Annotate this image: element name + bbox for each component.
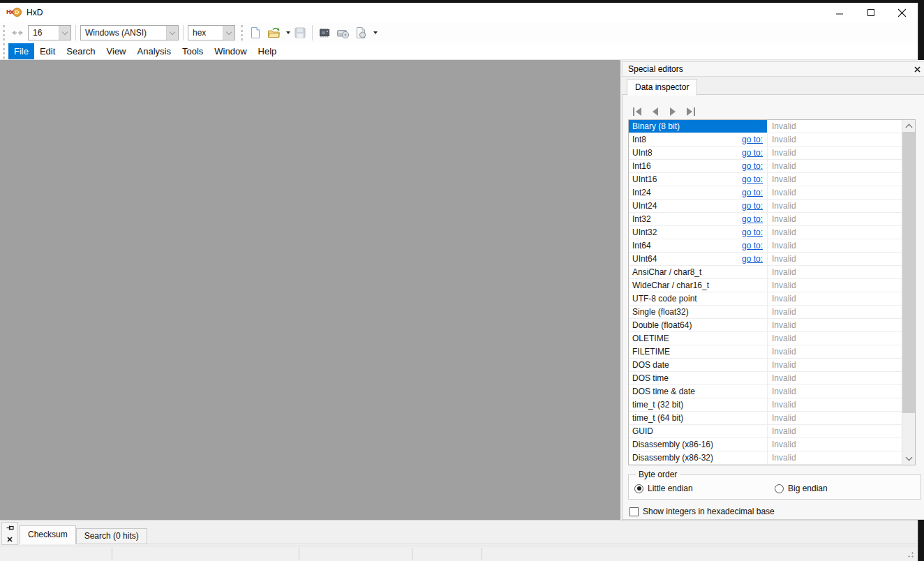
close-button[interactable] [886,3,918,22]
inspector-row[interactable]: time_t (32 bit)Invalid [629,398,902,412]
scrollbar-thumb[interactable] [902,132,915,413]
radio-icon[interactable] [775,484,784,493]
menu-item-window[interactable]: Window [209,43,252,59]
inspector-type-cell: Int24go to: [629,186,767,199]
open-dropdown-button[interactable] [283,24,291,41]
open-disk-image-dropdown-button[interactable] [370,24,378,41]
inspector-row[interactable]: UInt24go to:Invalid [629,200,902,213]
goto-link[interactable]: go to: [742,148,763,158]
inspector-row[interactable]: FILETIMEInvalid [629,345,902,359]
open-disk-button[interactable] [334,24,351,41]
goto-link[interactable]: go to: [742,254,763,264]
tab-data-inspector[interactable]: Data inspector [627,79,697,96]
inspector-row[interactable]: OLETIMEInvalid [629,332,902,345]
inspector-value-cell: Invalid [767,253,902,265]
goto-link[interactable]: go to: [742,214,763,224]
open-disk-image-button[interactable] [352,24,369,41]
last-record-icon [685,107,695,116]
radio-little-endian[interactable]: Little endian [634,484,775,493]
inspector-row[interactable]: Int16go to:Invalid [629,160,902,173]
scroll-up-button[interactable] [902,120,915,132]
inspector-value-cell: Invalid [767,385,902,398]
scrollbar-track[interactable] [902,413,915,453]
pin-button[interactable] [5,523,15,532]
inspector-row[interactable]: WideChar / char16_tInvalid [629,279,902,292]
toolbar-separator [75,25,76,40]
inspector-row[interactable]: time_t (64 bit)Invalid [629,412,902,425]
inspector-row[interactable]: Binary (8 bit)Invalid [629,120,902,133]
inspector-row[interactable]: DOS time & dateInvalid [629,385,902,398]
inspector-type-cell: Disassembly (x86-32) [629,451,767,464]
encoding-combobox[interactable]: Windows (ANSI) [80,25,179,40]
open-ram-button[interactable] [316,24,333,41]
last-record-button[interactable] [685,107,695,116]
menu-item-edit[interactable]: Edit [34,43,61,59]
menu-item-analysis[interactable]: Analysis [132,43,177,59]
inspector-row[interactable]: Int8go to:Invalid [629,133,902,147]
menu-item-search[interactable]: Search [61,43,100,59]
hex-editor-empty-area [0,60,620,520]
scroll-down-button[interactable] [902,453,915,465]
resize-grip[interactable] [905,549,914,558]
previous-record-button[interactable] [650,107,660,116]
goto-link[interactable]: go to: [742,227,763,237]
chevron-down-icon[interactable] [59,26,70,40]
inspector-value-cell: Invalid [767,345,902,358]
inspector-row[interactable]: DOS dateInvalid [629,359,902,372]
inspector-row[interactable]: Disassembly (x86-32)Invalid [629,451,902,465]
minimize-button[interactable] [824,3,855,22]
menubar-gripper[interactable] [3,43,6,59]
inspector-type-cell: Int8go to: [629,133,767,146]
inspector-value-cell: Invalid [767,186,902,199]
goto-link[interactable]: go to: [742,161,763,171]
radio-big-endian[interactable]: Big endian [775,484,915,493]
inspector-row[interactable]: Single (float32)Invalid [629,306,902,319]
bytes-per-row-toggle-button[interactable] [9,24,26,41]
next-record-button[interactable] [667,107,678,116]
chevron-down-icon[interactable] [223,26,234,40]
maximize-button[interactable] [855,3,886,22]
bottom-tab-checksum[interactable]: Checksum [20,525,76,544]
toolbar-separator [312,25,313,40]
inspector-row[interactable]: Double (float64)Invalid [629,319,902,332]
toolbar-gripper[interactable] [3,25,6,40]
toolbar-gripper[interactable] [241,25,244,40]
offset-base-combobox[interactable]: hex [188,25,235,40]
chevron-down-icon[interactable] [166,26,178,40]
inspector-row[interactable]: AnsiChar / char8_tInvalid [629,266,902,279]
goto-link[interactable]: go to: [742,241,763,250]
menu-item-file[interactable]: File [8,43,34,59]
bottom-tool-windows-bar: ChecksumSearch (0 hits) [0,520,918,546]
goto-link[interactable]: go to: [742,135,763,144]
goto-link[interactable]: go to: [742,188,763,197]
inspector-row[interactable]: UInt8go to:Invalid [629,147,902,160]
inspector-row[interactable]: UTF-8 code pointInvalid [629,292,902,306]
inspector-row[interactable]: Disassembly (x86-16)Invalid [629,438,902,451]
new-file-button[interactable] [247,24,264,41]
panel-close-button[interactable] [914,66,921,73]
bytes-per-row-combobox[interactable]: 16 [28,25,71,40]
inspector-value-cell: Invalid [767,147,902,159]
inspector-row[interactable]: Int64go to:Invalid [629,239,902,253]
menu-item-tools[interactable]: Tools [177,43,209,59]
menu-item-view[interactable]: View [101,43,132,59]
inspector-row[interactable]: Int24go to:Invalid [629,186,902,200]
inspector-row[interactable]: DOS timeInvalid [629,372,902,385]
menu-item-help[interactable]: Help [253,43,283,59]
dock-close-button[interactable] [5,534,15,544]
pin-icon [6,524,14,532]
open-file-button[interactable] [265,24,282,41]
save-button[interactable] [292,24,308,41]
vertical-scrollbar[interactable] [902,120,915,465]
inspector-row[interactable]: GUIDInvalid [629,425,902,438]
inspector-row[interactable]: Int32go to:Invalid [629,213,902,226]
inspector-row[interactable]: UInt64go to:Invalid [629,253,902,266]
inspector-row[interactable]: UInt32go to:Invalid [629,226,902,239]
goto-link[interactable]: go to: [742,174,763,184]
hex-base-checkbox[interactable] [629,507,639,516]
first-record-button[interactable] [632,107,643,116]
radio-icon[interactable] [634,484,643,493]
goto-link[interactable]: go to: [742,201,763,211]
inspector-row[interactable]: UInt16go to:Invalid [629,173,902,186]
bottom-tab-search[interactable]: Search (0 hits) [76,528,147,544]
